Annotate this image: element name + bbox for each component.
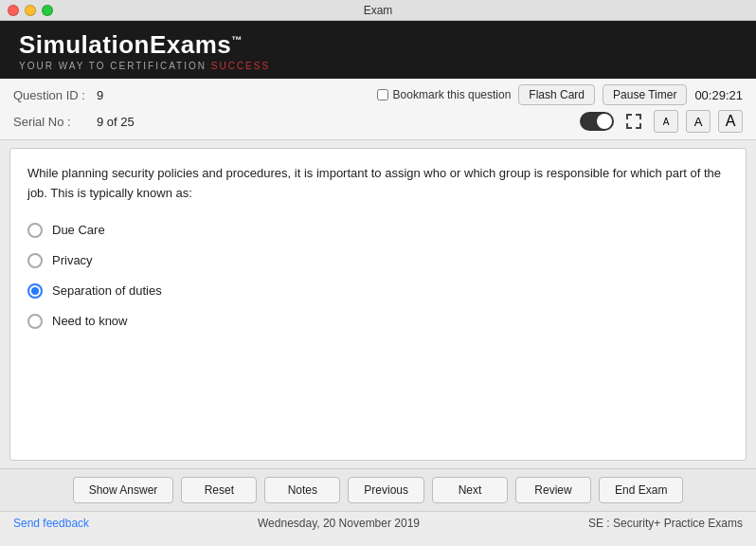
question-text: While planning security policies and pro… [27, 164, 729, 204]
review-button[interactable]: Review [515, 477, 591, 503]
font-small-btn[interactable]: A [654, 110, 678, 133]
window-controls[interactable] [8, 5, 53, 16]
maximize-btn[interactable] [42, 5, 53, 16]
option-radio [27, 223, 43, 238]
option-radio [27, 314, 43, 329]
brand-header: SimulationExams™ YOUR WAY TO CERTIFICATI… [0, 21, 756, 79]
bookmark-area[interactable]: Bookmark this question [377, 88, 512, 101]
serial-no-value: 9 of 25 [97, 115, 135, 129]
option-label: Privacy [52, 253, 93, 267]
option-radio [27, 283, 43, 299]
question-area: While planning security policies and pro… [9, 148, 747, 461]
footer-date: Wednesday, 20 November 2019 [258, 517, 420, 530]
option-label: Need to know [52, 314, 128, 328]
timer-display: 00:29:21 [694, 88, 743, 102]
toggle-switch[interactable] [580, 112, 614, 131]
font-medium-btn[interactable]: A [686, 110, 711, 133]
close-btn[interactable] [8, 5, 19, 16]
meta-row-1: Question ID : 9 Bookmark this question F… [13, 84, 743, 105]
previous-button[interactable]: Previous [348, 477, 424, 503]
send-feedback-link[interactable]: Send feedback [13, 517, 89, 530]
option-item[interactable]: Separation of duties [27, 283, 729, 299]
meta-bar: Question ID : 9 Bookmark this question F… [0, 79, 756, 140]
option-item[interactable]: Need to know [27, 314, 729, 329]
brand-tagline: YOUR WAY TO CERTIFICATION SUCCESS [19, 61, 737, 71]
action-bar: Show Answer Reset Notes Previous Next Re… [0, 468, 756, 511]
option-label: Separation of duties [52, 283, 162, 298]
next-button[interactable]: Next [432, 477, 508, 503]
fullscreen-icon[interactable] [621, 109, 646, 134]
serial-no-label: Serial No : [13, 115, 89, 129]
option-item[interactable]: Privacy [27, 253, 729, 268]
question-id-label: Question ID : [13, 88, 89, 102]
bookmark-label: Bookmark this question [393, 88, 512, 101]
option-item[interactable]: Due Care [27, 223, 729, 238]
title-bar: Exam [0, 0, 756, 21]
show-answer-button[interactable]: Show Answer [73, 477, 174, 503]
toggle-thumb [597, 114, 612, 129]
meta-row-2: Serial No : 9 of 25 A A A [13, 109, 743, 134]
flash-card-button[interactable]: Flash Card [518, 84, 595, 105]
font-large-btn[interactable]: A [718, 110, 743, 133]
window-title: Exam [364, 4, 393, 17]
footer-product: SE : Security+ Practice Exams [588, 517, 743, 530]
reset-button[interactable]: Reset [181, 477, 257, 503]
brand-name: SimulationExams™ [19, 30, 737, 60]
option-radio [27, 253, 43, 268]
bookmark-checkbox[interactable] [377, 89, 388, 100]
question-id-value: 9 [97, 88, 103, 102]
toggle-track [580, 112, 614, 131]
footer-bar: Send feedback Wednesday, 20 November 201… [0, 511, 756, 535]
notes-button[interactable]: Notes [264, 477, 340, 503]
option-label: Due Care [52, 223, 105, 237]
pause-timer-button[interactable]: Pause Timer [603, 84, 687, 105]
options-list: Due CarePrivacySeparation of dutiesNeed … [27, 223, 729, 329]
end-exam-button[interactable]: End Exam [599, 477, 683, 503]
minimize-btn[interactable] [25, 5, 36, 16]
